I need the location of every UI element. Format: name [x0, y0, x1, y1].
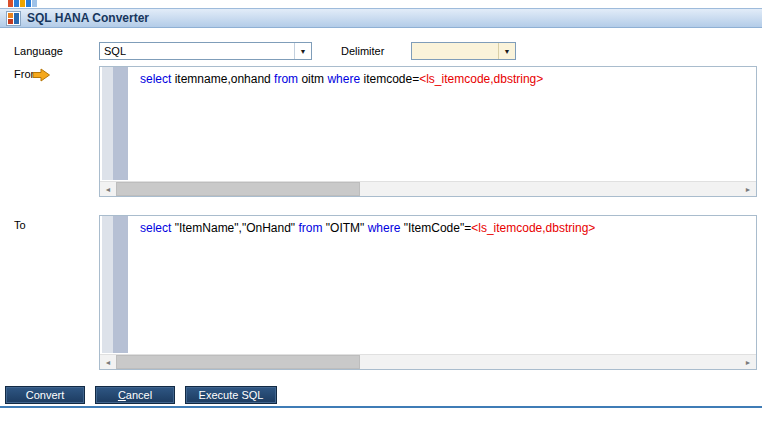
active-row-arrow-icon	[32, 68, 51, 82]
window-title: SQL HANA Converter	[27, 11, 149, 25]
from-horizontal-scrollbar[interactable]: ◄ ►	[100, 181, 756, 196]
execute-sql-button[interactable]: Execute SQL	[185, 386, 277, 404]
scroll-left-icon[interactable]: ◄	[100, 182, 116, 196]
scrollbar-thumb[interactable]	[116, 355, 360, 369]
editor-selection-margin	[113, 67, 128, 180]
scrollbar-thumb[interactable]	[116, 182, 360, 196]
clipped-toolbar-icon	[26, 0, 37, 7]
window-titlebar: SQL HANA Converter	[0, 8, 762, 28]
execute-sql-button-label: Execute SQL	[199, 389, 264, 401]
language-label: Language	[14, 45, 63, 57]
scrollbar-track[interactable]	[360, 182, 740, 196]
chevron-down-icon[interactable]: ▼	[498, 43, 515, 59]
convert-button[interactable]: Convert	[5, 386, 85, 404]
delimiter-dropdown[interactable]: ▼	[411, 42, 516, 60]
from-editor[interactable]: select itemname,onhand from oitm where i…	[99, 66, 757, 197]
language-dropdown[interactable]: SQL ▼	[99, 42, 312, 60]
to-label: To	[14, 219, 26, 231]
scroll-left-icon[interactable]: ◄	[100, 355, 116, 369]
window-bottom-edge	[0, 406, 762, 408]
scrollbar-track[interactable]	[360, 355, 740, 369]
editor-selection-margin	[113, 216, 128, 353]
to-code-line[interactable]: select "ItemName","OnHand" from "OITM" w…	[140, 221, 595, 235]
cancel-button[interactable]: Cancel	[95, 386, 175, 404]
editor-margin	[102, 67, 113, 180]
sql-hana-converter-window: SQL HANA Converter Language SQL ▼ Delimi…	[0, 0, 762, 421]
cancel-button-label: Cancel	[118, 389, 152, 401]
language-dropdown-value: SQL	[100, 45, 294, 57]
clipped-toolbar-icon	[8, 0, 25, 7]
scroll-right-icon[interactable]: ►	[740, 182, 756, 196]
from-code-line[interactable]: select itemname,onhand from oitm where i…	[140, 72, 543, 86]
app-icon	[6, 11, 21, 26]
delimiter-label: Delimiter	[341, 45, 384, 57]
convert-button-label: Convert	[26, 389, 65, 401]
chevron-down-icon[interactable]: ▼	[294, 43, 311, 59]
editor-margin	[102, 216, 113, 353]
to-editor[interactable]: select "ItemName","OnHand" from "OITM" w…	[99, 215, 757, 370]
to-horizontal-scrollbar[interactable]: ◄ ►	[100, 354, 756, 369]
scroll-right-icon[interactable]: ►	[740, 355, 756, 369]
